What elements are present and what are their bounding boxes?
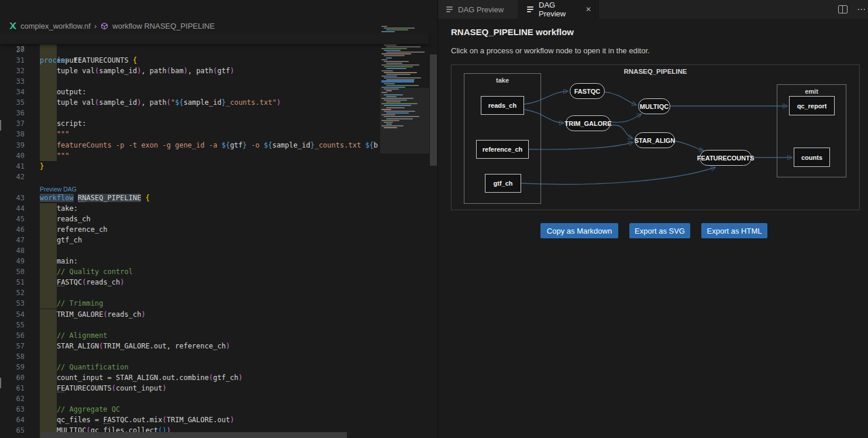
line-number: 42 [0,172,25,182]
dag-buttons: Copy as Markdown Export as SVG Export as… [438,223,868,238]
code-line-51[interactable]: 51 FASTQC(reads_ch) [0,277,438,288]
line-number: 62 [0,393,25,404]
editor-group-left: complex_workflow.nf › workflow RNASEQ_PI… [0,0,438,438]
preview-icon [445,5,454,14]
breadcrumb-separator: › [94,22,97,30]
code-line-39[interactable]: 39 featureCounts -p -t exon -g gene_id -… [0,140,438,150]
code-line-30[interactable]: 30 [0,45,438,55]
line-number: 40 [0,150,25,161]
copy-as-markdown-button[interactable]: Copy as Markdown [540,223,618,238]
dag-title: RNASEQ_PIPELINE workflow [451,27,574,37]
dag-node-reference_ch[interactable]: reference_ch [476,140,529,159]
code-line-49[interactable]: 49 main: [0,256,438,266]
code-line-56[interactable]: 56 // Alignment [0,330,438,341]
code-line-64[interactable]: 64 qc_files = FASTQC.out.mix(TRIM_GALORE… [0,415,438,425]
more-actions-icon[interactable]: ⋯ [857,4,866,15]
line-number: 54 [0,309,25,320]
code-line-50[interactable]: 50 // Quality control [0,266,438,277]
edge-gtf_ch-FEATURECOUNTS [521,167,715,184]
code-line-33[interactable]: 33 [0,76,438,87]
close-icon[interactable]: ✕ [585,5,591,13]
sticky-scroll-line[interactable]: 27 process FEATURECOUNTS { [0,33,429,44]
code-line-43[interactable]: 43workflow RNASEQ_PIPELINE { [0,193,438,203]
code-line-35[interactable]: 35 tuple val(sample_id), path("${sample_… [0,97,438,108]
horizontal-scrollbar[interactable] [41,432,347,438]
export-as-svg-button[interactable]: Export as SVG [629,223,690,238]
dag-node-TRIM_GALORE[interactable]: TRIM_GALORE [566,115,611,131]
line-number: 48 [0,245,25,256]
code-line-52[interactable]: 52 [0,288,438,298]
code-editor[interactable]: 27 process FEATURECOUNTS { 3031 input:32… [0,33,438,438]
dag-preview-panel: DAG Preview DAG Preview ✕ ⋯ RNASEQ_PIPEL… [438,0,868,438]
line-number: 33 [0,76,25,87]
code-line-36[interactable]: 36 [0,108,438,118]
line-number: 53 [0,298,25,309]
minimap[interactable] [380,21,429,349]
code-line-46[interactable]: 46 reference_ch [0,224,438,235]
code-line-54[interactable]: 54 TRIM_GALORE(reads_ch) [0,309,438,320]
code-line-59[interactable]: 59 // Quantification [0,362,438,372]
line-number: 45 [0,214,25,224]
split-editor-icon[interactable] [838,5,848,13]
preview-icon [526,5,535,14]
code-line-44[interactable]: 44 take: [0,203,438,214]
line-number: 52 [0,288,25,298]
line-number: 41 [0,161,25,172]
gutter-decoration [0,378,1,388]
edge-TRIM_GALORE-MULTIQC [611,114,641,122]
panel-tab-bar: DAG Preview DAG Preview ✕ ⋯ [438,0,868,19]
line-number: 63 [0,404,25,415]
code-line-47[interactable]: 47 gtf_ch [0,235,438,245]
code-line-58[interactable]: 58 [0,351,438,362]
code-line-60[interactable]: 60 count_input = STAR_ALIGN.out.combine(… [0,372,438,383]
breadcrumb-file[interactable]: complex_workflow.nf [20,22,91,30]
code-line-37[interactable]: 37 script: [0,118,438,129]
code-line-55[interactable]: 55 [0,320,438,330]
dag-node-qc_report[interactable]: qc_report [789,96,835,115]
dag-node-STAR_ALIGN[interactable]: STAR_ALIGN [635,132,675,148]
line-number: 49 [0,256,25,266]
line-number: 35 [0,97,25,108]
code-line-40[interactable]: 40 """ [0,150,438,161]
dag-node-gtf_ch[interactable]: gtf_ch [485,174,521,193]
line-number: 66 [0,436,25,438]
export-as-html-button[interactable]: Export as HTML [701,223,767,238]
minimap-viewport[interactable] [380,88,429,153]
code-line-34[interactable]: 34 output: [0,87,438,97]
breadcrumb[interactable]: complex_workflow.nf › workflow RNASEQ_PI… [0,19,437,33]
code-line-63[interactable]: 63 // Aggregate QC [0,404,438,415]
code-line-62[interactable]: 62 [0,393,438,404]
line-number: 56 [0,330,25,341]
line-number: 60 [0,372,25,383]
line-number: 37 [0,118,25,129]
dag-node-FASTQC[interactable]: FASTQC [570,83,605,99]
dag-subtitle: Click on a process or workflow node to o… [451,46,650,55]
code-line-38[interactable]: 38 """ [0,129,438,139]
code-line-57[interactable]: 57 STAR_ALIGN(TRIM_GALORE.out, reference… [0,341,438,351]
code-line-48[interactable]: 48 [0,245,438,256]
line-number: 46 [0,224,25,235]
breadcrumb-symbol[interactable]: workflow RNASEQ_PIPELINE [112,22,215,30]
dag-node-counts[interactable]: counts [794,148,830,167]
dag-node-FEATURECOUNTS[interactable]: FEATURECOUNTS [700,150,752,166]
vertical-scrollbar[interactable] [430,54,437,166]
line-number: 34 [0,87,25,97]
line-number: 38 [0,129,25,139]
code-line-45[interactable]: 45 reads_ch [0,214,438,224]
dag-preview-body: RNASEQ_PIPELINE workflow Click on a proc… [438,19,868,438]
code-line-61[interactable]: 61 FEATURECOUNTS(count_input) [0,383,438,393]
sticky-content: process FEATURECOUNTS { [40,55,137,66]
tab-dag-preview-inactive[interactable]: DAG Preview [438,0,519,19]
dag-diagram: RNASEQ_PIPELINE [451,64,860,210]
code-line-32[interactable]: 32 tuple val(sample_id), path(bam), path… [0,66,438,76]
code-line-53[interactable]: 53 // Trimming [0,298,438,309]
symbol-cube-icon [100,22,109,30]
dag-node-MULTIQC[interactable]: MULTIQC [638,98,670,114]
dag-node-reads_ch[interactable]: reads_ch [481,96,524,115]
tab-dag-preview-active[interactable]: DAG Preview ✕ [519,0,599,19]
code-line-41[interactable]: 41} [0,161,438,172]
nextflow-icon [8,22,17,30]
edge-FASTQC-MULTIQC [605,92,636,105]
edge-STAR_ALIGN-FEATURECOUNTS [675,141,703,150]
code-line-42[interactable]: 42 [0,172,438,182]
